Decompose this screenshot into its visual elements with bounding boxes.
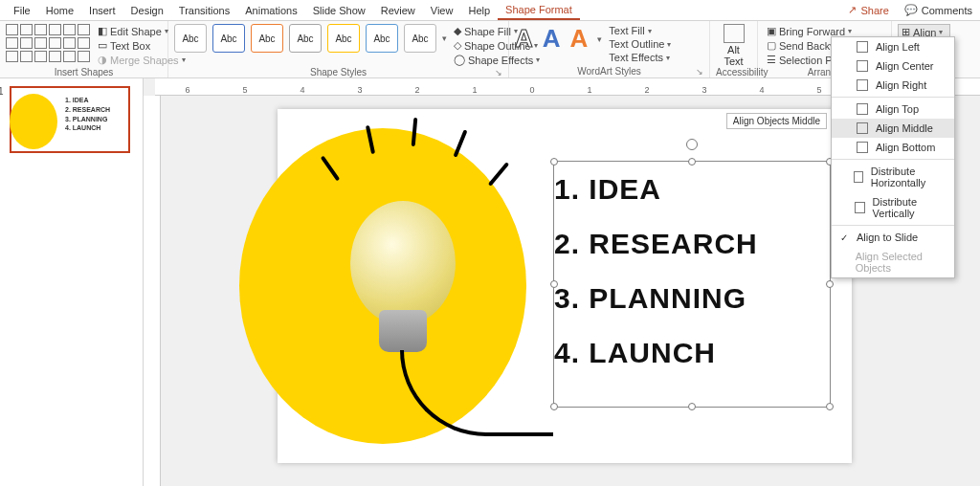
slide-canvas[interactable]: 1. IDEA 2. RESEARCH 3. PLANNING 4. LAUNC…: [278, 109, 852, 463]
text-box-shape[interactable]: 1. IDEA 2. RESEARCH 3. PLANNING 4. LAUNC…: [553, 161, 831, 408]
alt-text-button[interactable]: Alt Text: [718, 24, 750, 67]
style-preset[interactable]: Abc: [366, 24, 398, 53]
tab-shape-format[interactable]: Shape Format: [498, 1, 580, 20]
group-label-wordart: WordArt Styles: [577, 66, 641, 77]
shape-gallery[interactable]: [6, 24, 91, 63]
bring-forward-icon: ▣: [767, 25, 776, 37]
style-preset[interactable]: Abc: [212, 24, 245, 53]
slide-thumbnail[interactable]: 1. IDEA2. RESEARCH3. PLANNING4. LAUNCH: [10, 86, 130, 153]
tab-slideshow[interactable]: Slide Show: [305, 2, 373, 19]
distribute-horizontally[interactable]: Distribute Horizontally: [832, 162, 954, 192]
tab-design[interactable]: Design: [123, 2, 171, 19]
tab-review[interactable]: Review: [373, 2, 423, 19]
style-preset[interactable]: Abc: [327, 24, 360, 53]
wordart-preset[interactable]: A: [570, 24, 589, 54]
share-button[interactable]: ↗Share: [840, 1, 896, 19]
distribute-v-icon: [855, 202, 864, 213]
group-label-insert-shapes: Insert Shapes: [6, 67, 162, 78]
align-left-icon: [857, 41, 868, 53]
group-wordart: A A A ▾ Text Fill▾ Text Outline▾ Text Ef…: [509, 21, 710, 77]
align-bottom-icon: [857, 142, 868, 153]
dialog-launcher-icon[interactable]: ↘: [696, 67, 703, 77]
style-preset[interactable]: Abc: [251, 24, 283, 53]
share-icon: ↗: [848, 4, 857, 16]
align-bottom[interactable]: Align Bottom: [832, 138, 954, 157]
outline-icon: ◇: [454, 39, 461, 52]
align-to-slide[interactable]: ✓Align to Slide: [832, 228, 954, 247]
style-preset[interactable]: Abc: [174, 24, 207, 53]
tab-file[interactable]: File: [6, 2, 38, 19]
textbox-icon: ▭: [98, 39, 107, 52]
dialog-launcher-icon[interactable]: ↘: [495, 68, 502, 77]
text-outline-button[interactable]: Text Outline▾: [606, 37, 674, 51]
distribute-vertically[interactable]: Distribute Vertically: [832, 192, 954, 223]
group-insert-shapes: ◧Edit Shape▾ ▭Text Box ◑Merge Shapes▾ In…: [0, 21, 168, 77]
align-middle-icon: [857, 122, 868, 134]
align-center[interactable]: Align Center: [832, 56, 954, 76]
slide-text-list[interactable]: 1. IDEA 2. RESEARCH 3. PLANNING 4. LAUNC…: [554, 162, 830, 380]
selection-pane-icon: ☰: [767, 54, 776, 66]
effects-icon: ◯: [454, 54, 465, 66]
slide-thumbnail-pane[interactable]: 1 1. IDEA2. RESEARCH3. PLANNING4. LAUNCH: [0, 78, 144, 486]
list-item: 4. LAUNCH: [554, 325, 830, 380]
tab-animations[interactable]: Animations: [237, 2, 304, 19]
edit-shape-icon: ◧: [98, 25, 107, 37]
group-label-accessibility: Accessibility: [716, 67, 751, 78]
group-label-shape-styles: Shape Styles: [310, 67, 367, 77]
align-center-icon: [857, 60, 868, 72]
wordart-preset[interactable]: A: [543, 24, 561, 54]
check-icon: ✓: [839, 232, 849, 243]
align-right[interactable]: Align Right: [832, 76, 954, 95]
tab-view[interactable]: View: [423, 2, 461, 19]
lightbulb-image[interactable]: [350, 201, 456, 325]
tab-help[interactable]: Help: [460, 2, 498, 19]
style-preset[interactable]: Abc: [404, 24, 436, 53]
tab-transitions[interactable]: Transitions: [171, 2, 237, 19]
vertical-ruler: [144, 96, 161, 486]
align-middle[interactable]: Align Middle: [832, 119, 954, 138]
slide-number: 1: [0, 86, 4, 97]
thumbnail-text: 1. IDEA2. RESEARCH3. PLANNING4. LAUNCH: [63, 88, 112, 151]
bucket-icon: ◆: [454, 25, 461, 37]
align-left[interactable]: Align Left: [832, 37, 954, 56]
ribbon-tabs: File Home Insert Design Transitions Anim…: [0, 0, 980, 21]
group-accessibility: Alt Text Accessibility: [710, 21, 758, 77]
send-backward-icon: ▢: [767, 39, 776, 52]
align-top-icon: [857, 103, 868, 115]
wordart-gallery[interactable]: A A A ▾: [515, 24, 602, 54]
list-item: 2. RESEARCH: [554, 216, 830, 271]
rotation-handle[interactable]: [686, 139, 698, 150]
list-item: 1. IDEA: [554, 162, 830, 216]
align-tooltip: Align Objects Middle: [726, 113, 827, 129]
text-fill-button[interactable]: Text Fill▾: [606, 24, 674, 37]
shape-style-gallery[interactable]: Abc Abc Abc Abc Abc Abc Abc ▾: [174, 24, 447, 53]
gallery-more-icon[interactable]: ▾: [442, 33, 447, 43]
alt-text-icon: [724, 24, 745, 43]
tab-home[interactable]: Home: [38, 2, 81, 19]
align-selected-objects: Align Selected Objects: [832, 247, 954, 277]
comment-icon: 💬: [904, 4, 918, 16]
group-shape-styles: Abc Abc Abc Abc Abc Abc Abc ▾ ◆Shape Fil…: [168, 21, 509, 77]
list-item: 3. PLANNING: [554, 271, 830, 325]
distribute-h-icon: [854, 171, 862, 183]
text-effects-button[interactable]: Text Effects▾: [606, 51, 674, 64]
wordart-preset[interactable]: A: [515, 24, 533, 54]
gallery-more-icon[interactable]: ▾: [597, 34, 602, 44]
align-right-icon: [857, 79, 868, 91]
align-top[interactable]: Align Top: [832, 99, 954, 119]
style-preset[interactable]: Abc: [289, 24, 322, 53]
merge-icon: ◑: [98, 54, 107, 66]
tab-insert[interactable]: Insert: [81, 2, 123, 19]
comments-button[interactable]: 💬Comments: [897, 1, 980, 19]
align-menu: Align Left Align Center Align Right Alig…: [831, 36, 955, 278]
